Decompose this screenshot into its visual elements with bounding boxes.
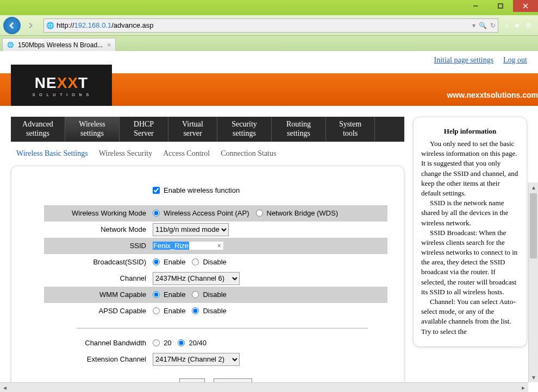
main-nav: Advancedsettings Wirelesssettings DHCPSe…: [11, 117, 404, 142]
tab-title: 150Mbps Wireless N Broad...: [18, 41, 103, 49]
network-mode-select[interactable]: 11b/g/n mixed mode: [153, 223, 229, 236]
bandwidth-label: Channel Bandwidth: [44, 339, 153, 347]
browser-toolbar: 🌐 http://192.168.0.1/advance.asp ▾ 🔍 ↻ ⌂…: [0, 15, 538, 36]
broadcast-disable-radio[interactable]: [192, 258, 199, 265]
close-tab-icon[interactable]: ×: [107, 41, 111, 49]
apsd-enable-radio[interactable]: [153, 307, 160, 314]
scroll-down-icon[interactable]: ▾: [529, 372, 538, 382]
scroll-left-icon[interactable]: ◂: [0, 383, 10, 392]
ie-icon: 🌐: [7, 42, 14, 48]
help-text: Channel: You can select Auto-select mode…: [421, 297, 519, 337]
page-content: Initial page settings Log out NEXXT S O …: [0, 51, 538, 392]
help-title: Help information: [421, 127, 519, 136]
browser-tab[interactable]: 🌐 150Mbps Wireless N Broad... ×: [2, 38, 116, 51]
brand-bar: NEXXT S O L U T I O N S www.nexxtsolutio…: [0, 73, 538, 106]
enable-wireless-checkbox[interactable]: [153, 187, 160, 194]
ssid-input[interactable]: Fenix_Rize×: [153, 242, 223, 250]
help-panel: Help information You only need to set th…: [413, 117, 527, 347]
nav-routing-settings[interactable]: Routingsettings: [272, 117, 326, 142]
logout-link[interactable]: Log out: [503, 56, 527, 64]
favorites-icon[interactable]: ★: [514, 22, 520, 29]
dropdown-icon[interactable]: ▾: [472, 22, 476, 29]
nav-dhcp-server[interactable]: DHCPServer: [120, 117, 168, 142]
help-text: SSID Broadcast: When the wireless client…: [421, 228, 519, 297]
enable-wireless-label: Enable wireless function: [164, 186, 240, 194]
broadcast-enable-radio[interactable]: [153, 258, 160, 265]
help-text: SSID is the network name shared by all t…: [421, 198, 519, 228]
sub-nav: Wireless Basic Settings Wireless Securit…: [11, 142, 404, 166]
working-mode-label: Wireless Working Mode: [44, 209, 153, 217]
initial-page-settings-link[interactable]: Initial page settings: [434, 56, 494, 64]
maximize-button[interactable]: [488, 0, 513, 12]
vertical-scrollbar[interactable]: ▴ ▾: [528, 182, 538, 382]
ext-channel-select[interactable]: 2417MHz (Channel 2): [153, 353, 240, 366]
minimize-button[interactable]: [463, 0, 488, 12]
address-bar[interactable]: 🌐 http://192.168.0.1/advance.asp ▾ 🔍 ↻: [43, 18, 498, 33]
network-mode-label: Network Mode: [44, 225, 153, 233]
settings-form: Enable wireless function Wireless Workin…: [11, 166, 404, 392]
divider: [77, 328, 368, 328]
wmm-disable-radio[interactable]: [192, 291, 199, 298]
horizontal-scrollbar[interactable]: ◂ ▸: [0, 382, 528, 392]
ext-channel-label: Extension Channel: [44, 355, 153, 363]
apsd-label: APSD Capable: [44, 307, 153, 315]
window-titlebar: [0, 0, 538, 15]
back-button[interactable]: [3, 17, 21, 34]
subnav-access-control[interactable]: Access Control: [163, 149, 210, 158]
home-icon[interactable]: ⌂: [505, 22, 509, 29]
nav-wireless-settings[interactable]: Wirelesssettings: [65, 117, 120, 142]
subnav-connection-status[interactable]: Connection Status: [221, 149, 276, 158]
bandwidth-2040-radio[interactable]: [178, 339, 185, 346]
help-text: You only need to set the basic wireless …: [421, 139, 519, 198]
brand-url: www.nexxtsolutions.com: [447, 91, 538, 99]
scroll-up-icon[interactable]: ▴: [529, 182, 538, 192]
clear-icon[interactable]: ×: [217, 242, 223, 250]
search-icon[interactable]: 🔍: [479, 22, 487, 29]
working-mode-ap-radio[interactable]: [153, 210, 160, 217]
apsd-disable-radio[interactable]: [192, 307, 199, 314]
scroll-right-icon[interactable]: ▸: [518, 383, 528, 392]
nav-system-tools[interactable]: Systemtools: [326, 117, 375, 142]
nav-security-settings[interactable]: Securitysettings: [217, 117, 272, 142]
forward-button[interactable]: [22, 17, 39, 34]
close-window-button[interactable]: [513, 0, 538, 12]
broadcast-label: Broadcast(SSID): [44, 258, 153, 266]
svg-rect-1: [498, 4, 503, 8]
working-mode-wds-radio[interactable]: [256, 210, 263, 217]
wmm-enable-radio[interactable]: [153, 291, 160, 298]
browser-tabbar: 🌐 150Mbps Wireless N Broad... ×: [0, 36, 538, 51]
ie-icon: 🌐: [46, 22, 54, 29]
bandwidth-20-radio[interactable]: [153, 339, 160, 346]
logo: NEXXT S O L U T I O N S: [11, 65, 112, 106]
nav-virtual-server[interactable]: Virtualserver: [168, 117, 217, 142]
channel-label: Channel: [44, 274, 153, 282]
channel-select[interactable]: 2437MHz (Channel 6): [153, 272, 240, 285]
ssid-label: SSID: [44, 242, 153, 250]
nav-advanced-settings[interactable]: Advancedsettings: [11, 117, 65, 142]
refresh-icon[interactable]: ↻: [490, 22, 496, 29]
subnav-wireless-security[interactable]: Wireless Security: [99, 149, 153, 158]
gear-icon[interactable]: ⚙: [526, 22, 531, 29]
subnav-basic-settings[interactable]: Wireless Basic Settings: [16, 149, 88, 158]
url-text: http://192.168.0.1/advance.asp: [57, 21, 472, 29]
wmm-label: WMM Capable: [44, 290, 153, 299]
